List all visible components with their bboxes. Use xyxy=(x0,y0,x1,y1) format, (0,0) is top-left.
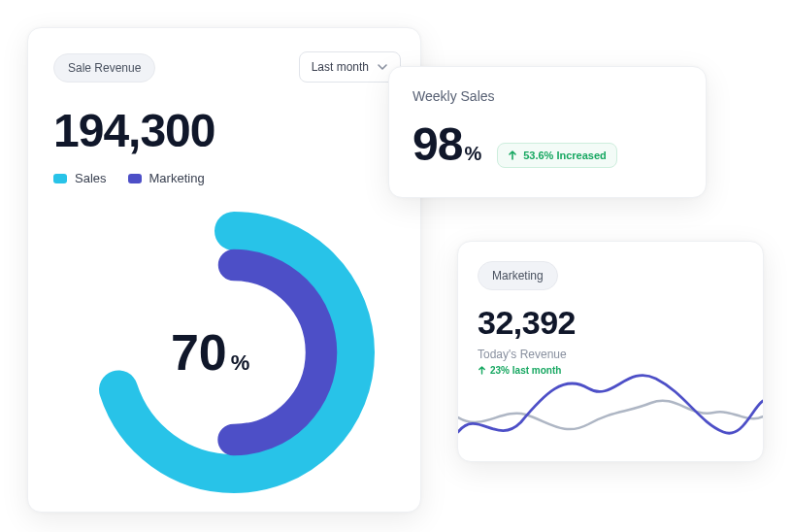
donut-center-label: 70 % xyxy=(171,323,249,382)
legend-label-marketing: Marketing xyxy=(149,171,205,185)
revenue-donut-chart: 70 % xyxy=(88,207,380,498)
donut-percent-sign: % xyxy=(231,350,250,376)
donut-percent: 70 xyxy=(171,323,227,382)
revenue-legend: Sales Marketing xyxy=(53,171,395,185)
weekly-sales-card: Weekly Sales 98 % 53.6% Increased xyxy=(388,66,707,198)
weekly-value-number: 98 xyxy=(412,117,462,171)
swatch-marketing-icon xyxy=(128,174,142,183)
period-select[interactable]: Last month xyxy=(299,51,401,83)
weekly-sales-title: Weekly Sales xyxy=(412,88,682,104)
marketing-card: Marketing 32,392 Today's Revenue 23% las… xyxy=(457,241,764,462)
marketing-chip: Marketing xyxy=(478,261,558,290)
legend-item-sales: Sales xyxy=(53,171,107,185)
weekly-value-sign: % xyxy=(464,143,481,165)
chevron-down-icon xyxy=(377,61,388,73)
legend-item-marketing: Marketing xyxy=(128,171,205,185)
arrow-up-icon xyxy=(508,150,517,160)
weekly-delta-pill: 53.6% Increased xyxy=(497,143,617,168)
legend-label-sales: Sales xyxy=(75,171,107,185)
weekly-delta-text: 53.6% Increased xyxy=(523,150,607,161)
sale-revenue-chip: Sale Revenue xyxy=(53,53,155,83)
swatch-sales-icon xyxy=(53,174,67,183)
sale-revenue-card: Sale Revenue Last month 194,300 Sales Ma… xyxy=(27,27,421,513)
marketing-value: 32,392 xyxy=(478,304,743,342)
weekly-sales-value: 98 % xyxy=(412,117,481,171)
revenue-value: 194,300 xyxy=(53,104,395,157)
period-select-label: Last month xyxy=(312,60,369,74)
marketing-sparkline-chart xyxy=(458,354,763,461)
